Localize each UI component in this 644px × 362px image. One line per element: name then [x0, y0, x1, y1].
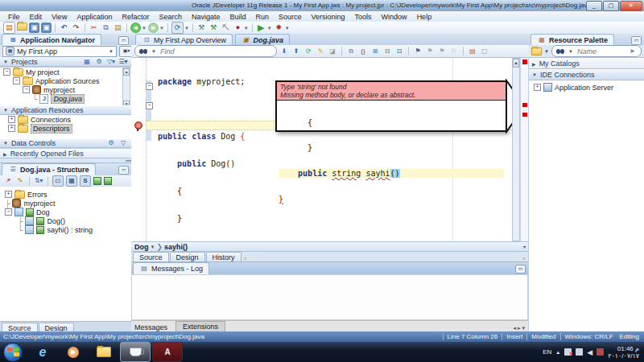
data-controls-refresh-icon[interactable]: ⚙ — [106, 138, 116, 148]
profile-dropdown-icon[interactable]: ▼ — [244, 26, 249, 31]
tray-clock[interactable]: 01:46 م ٢٠١٠/٠٧/١٧ — [608, 345, 639, 360]
taskbar-explorer-icon[interactable] — [89, 343, 118, 361]
edit-icon[interactable]: ✎ — [15, 176, 25, 186]
collapse-icon[interactable]: − — [3, 68, 10, 76]
error-stripe-mark-2[interactable] — [522, 113, 527, 117]
messages-log-body[interactable] — [131, 274, 528, 320]
debug-dropdown-icon[interactable]: ▼ — [285, 26, 290, 31]
projects-tree-scrollbar[interactable]: ▲ ▼ — [122, 68, 130, 107]
cut-icon[interactable]: ✂ — [89, 23, 99, 33]
taskbar-ie-icon[interactable]: e — [28, 343, 57, 361]
tree-item-connections[interactable]: + Connections — [0, 115, 131, 124]
taskbar-adobe-icon[interactable]: A — [152, 342, 183, 362]
menu-tools[interactable]: Tools — [350, 13, 377, 21]
palette-search-box[interactable]: ▼ ➤ — [551, 45, 642, 57]
find-dropdown-icon[interactable]: ▼ — [151, 49, 156, 54]
maximize-button[interactable]: ▢ — [603, 1, 619, 11]
toggle-static-icon[interactable]: S — [80, 175, 91, 187]
menu-edit[interactable]: Edit — [25, 13, 47, 21]
toggle-inherited-icon[interactable] — [104, 177, 112, 185]
breadcrumb-dropdown-icon[interactable]: ▼ — [151, 245, 155, 249]
code-blocks-icon[interactable]: {} — [358, 47, 368, 56]
projects-filter-icon[interactable]: ▽▾ — [106, 57, 116, 67]
palette-new-icon[interactable] — [531, 47, 542, 56]
menu-refactor[interactable]: Refactor — [117, 13, 154, 21]
tray-signal-icon[interactable] — [597, 348, 604, 356]
save-icon[interactable]: ▣ — [29, 23, 39, 33]
structure-item-constructor[interactable]: ├ Dog() — [0, 216, 131, 225]
tray-show-hidden-icon[interactable]: ▲ — [555, 350, 560, 355]
menu-source[interactable]: Source — [274, 13, 307, 21]
menu-build[interactable]: Build — [225, 13, 251, 21]
structure-item-class[interactable]: − Dog — [0, 208, 131, 216]
run-icon[interactable]: ▶ — [256, 23, 266, 33]
breadcrumb-class[interactable]: Dog — [134, 243, 149, 251]
new-file-icon[interactable]: ▤ — [3, 22, 15, 34]
structure-item-errors[interactable]: + Errors — [0, 190, 131, 199]
breadcrumb-scroll-icon[interactable]: ▾ — [523, 244, 526, 249]
start-button[interactable] — [3, 343, 23, 362]
compile-icon[interactable]: ⚒ — [196, 23, 207, 33]
toggle-public-icon[interactable] — [93, 177, 101, 185]
scroll-up-icon[interactable]: ▲ — [513, 59, 519, 68]
error-stripe-mark-1[interactable] — [522, 103, 527, 107]
undo-icon[interactable]: ↶ — [59, 23, 69, 33]
toggle-fields-icon[interactable]: ▭ — [52, 175, 64, 187]
collapse-icon[interactable]: − — [5, 208, 12, 216]
find-input[interactable] — [159, 47, 266, 56]
fold-class-icon[interactable]: − — [146, 83, 153, 90]
status-insert-mode[interactable]: Insert — [506, 333, 522, 340]
toggle-methods-icon[interactable]: ▦ — [66, 175, 77, 187]
menu-file[interactable]: File — [3, 13, 25, 21]
search-source-icon[interactable]: ▤ — [468, 47, 477, 56]
data-controls-header[interactable]: ▼Data Controls ⚙ ▽ — [0, 138, 131, 148]
menu-application[interactable]: Application — [72, 13, 117, 21]
find-previous-icon[interactable]: ⬆ — [291, 47, 301, 56]
menu-navigate[interactable]: Navigate — [187, 13, 225, 21]
forward-icon[interactable]: ▸ — [148, 23, 159, 33]
editor-scrollbar[interactable]: ▲ — [512, 58, 520, 241]
refresh-dropdown-icon[interactable]: ▼ — [184, 26, 189, 31]
title-bar[interactable]: Oracle JDeveloper 11g Release 1 - My Fir… — [0, 0, 644, 12]
projects-sort-icon[interactable]: ☰▾ — [118, 57, 128, 67]
deploy-icon[interactable]: ⛏ — [221, 23, 231, 33]
bookmark-icon[interactable]: ⚑ — [413, 47, 423, 56]
redo-icon[interactable]: ↷ — [71, 23, 81, 33]
quick-javadoc-icon[interactable]: ⊞ — [370, 47, 380, 56]
structure-item-package[interactable]: ├ myproject — [0, 199, 131, 208]
structure-item-method[interactable]: └ sayhi() : string — [0, 225, 131, 234]
menu-view[interactable]: View — [47, 13, 72, 21]
messages-title-tab[interactable]: ▤ Messages - Log — [133, 262, 209, 274]
clear-highlight-icon[interactable]: ◪ — [328, 47, 337, 56]
tree-item-myproject-package[interactable]: − myproject — [0, 85, 131, 94]
application-resources-header[interactable]: ▼Application Resources — [0, 105, 131, 115]
taskbar-jdeveloper-icon[interactable] — [120, 342, 151, 362]
projects-section-header[interactable]: ▼Projects ▦ ⚙ ▽▾ ☰▾ — [0, 57, 131, 67]
palette-search-dropdown-icon[interactable]: ▼ — [568, 49, 573, 54]
tab-application-navigator[interactable]: ⊞ Application Navigator — [2, 34, 101, 45]
view-tab-history[interactable]: History — [206, 252, 242, 261]
debug-icon[interactable]: ✹ — [274, 23, 284, 33]
highlighter-icon[interactable]: ✎ — [316, 47, 325, 56]
expand-icon[interactable]: + — [5, 191, 12, 198]
error-stripe[interactable] — [520, 58, 528, 241]
tray-language[interactable]: EN — [543, 348, 551, 356]
collapse-icon[interactable]: − — [23, 86, 30, 93]
palette-new-dropdown-icon[interactable]: ▼ — [544, 49, 549, 54]
error-lamp-icon[interactable] — [134, 121, 142, 130]
tab-dog-java[interactable]: ▣ Dog.java — [235, 34, 291, 45]
messages-titlebar[interactable]: ▤ Messages - Log ▭ — [131, 262, 528, 275]
clear-bookmarks-icon[interactable]: ⚐ — [449, 47, 459, 56]
check-syntax-icon[interactable]: ⊟ — [382, 47, 392, 56]
tray-network-icon[interactable]: ✕ — [564, 348, 572, 356]
close-button[interactable]: ✕ — [620, 1, 642, 11]
menu-search[interactable]: Search — [154, 13, 187, 21]
back-icon[interactable]: ◂ — [130, 23, 141, 33]
editor-gutter[interactable] — [131, 58, 147, 241]
menu-run[interactable]: Run — [251, 13, 275, 21]
view-tab-source[interactable]: Source — [133, 252, 169, 261]
previous-bookmark-icon[interactable]: ⚑ — [437, 47, 447, 56]
next-bookmark-icon[interactable]: ⚑ — [425, 47, 435, 56]
tab-overview[interactable]: ⊡ My First App Overview — [135, 34, 233, 45]
tab-scroll-right-icon[interactable]: › — [523, 256, 525, 261]
